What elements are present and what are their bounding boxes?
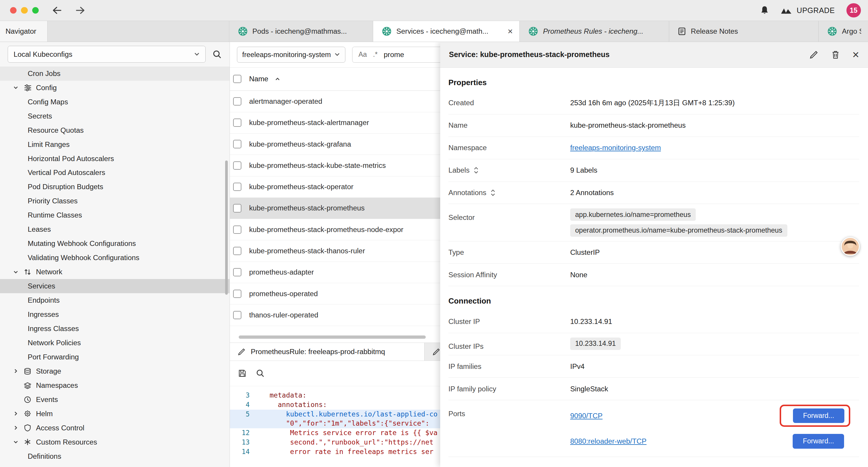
sidebar-item-priority-classes[interactable]: Priority Classes (0, 194, 229, 208)
chevron-right-icon[interactable] (12, 368, 19, 374)
chevron-right-icon[interactable] (12, 425, 19, 431)
delete-icon[interactable] (831, 50, 840, 59)
sort-ascending-icon[interactable] (275, 77, 280, 81)
port-link[interactable]: 8080:reloader-web/TCP (570, 437, 646, 445)
row-checkbox[interactable] (233, 268, 241, 276)
sidebar-item-mutating-webhook-configurations[interactable]: Mutating Webhook Configurations (0, 236, 229, 251)
table-row-kube-prometheus-stack-prometheus-node-expor[interactable]: kube-prometheus-stack-prometheus-node-ex… (230, 219, 440, 240)
sidebar-item-cron-jobs[interactable]: Cron Jobs (0, 66, 229, 81)
sidebar-item-ingresses[interactable]: Ingresses (0, 308, 229, 322)
sidebar-item-pod-disruption-budgets[interactable]: Pod Disruption Budgets (0, 180, 229, 194)
sidebar-item-limit-ranges[interactable]: Limit Ranges (0, 138, 229, 152)
horizontal-scrollbar-thumb[interactable] (239, 335, 426, 339)
back-arrow-icon[interactable] (52, 6, 62, 14)
chevron-right-icon[interactable] (12, 411, 19, 416)
close-tab-icon[interactable]: × (507, 27, 513, 36)
table-row-kube-prometheus-stack-prometheus[interactable]: kube-prometheus-stack-prometheus (230, 198, 440, 219)
maximize-window-button[interactable] (32, 7, 39, 13)
sidebar-item-secrets[interactable]: Secrets (0, 109, 229, 123)
namespace-link[interactable]: freeleaps-monitoring-system (570, 144, 661, 152)
sidebar-item-port-forwarding[interactable]: Port Forwarding (0, 350, 229, 364)
row-checkbox[interactable] (233, 226, 241, 234)
table-row-kube-prometheus-stack-grafana[interactable]: kube-prometheus-stack-grafana (230, 134, 440, 155)
kubeconfig-select[interactable]: Local Kubeconfigs (8, 46, 206, 62)
tab-argo-se[interactable]: Argo Se... (819, 21, 868, 42)
table-row-kube-prometheus-stack-operator[interactable]: kube-prometheus-stack-operator (230, 176, 440, 198)
row-checkbox[interactable] (233, 290, 241, 298)
notification-count-badge[interactable]: 15 (846, 3, 861, 18)
namespace-select[interactable]: freeleaps-monitoring-system (237, 47, 345, 63)
sidebar-item-validating-webhook-configurations[interactable]: Validating Webhook Configurations (0, 251, 229, 265)
table-row-alertmanager-operated[interactable]: alertmanager-operated (230, 91, 440, 112)
row-checkbox[interactable] (233, 183, 241, 191)
horizontal-scrollbar[interactable] (230, 332, 440, 343)
sidebar-item-resource-quotas[interactable]: Resource Quotas (0, 123, 229, 138)
tab-release-notes[interactable]: Release Notes (669, 21, 819, 42)
close-icon[interactable]: × (852, 49, 859, 60)
chevron-down-icon[interactable] (12, 439, 19, 445)
upgrade-button[interactable]: UPGRADE (780, 6, 835, 15)
row-checkbox[interactable] (233, 204, 241, 212)
sidebar-item-ingress-classes[interactable]: Ingress Classes (0, 322, 229, 336)
select-all-checkbox[interactable] (233, 75, 241, 83)
edit-icon[interactable] (809, 50, 819, 59)
save-icon[interactable] (238, 369, 246, 377)
forward-arrow-icon[interactable] (75, 6, 85, 14)
sidebar-item-config-maps[interactable]: Config Maps (0, 95, 229, 109)
chevron-down-icon[interactable] (12, 269, 19, 275)
forward-button[interactable]: Forward... (793, 434, 844, 448)
table-row-kube-prometheus-stack-alertmanager[interactable]: kube-prometheus-stack-alertmanager (230, 112, 440, 134)
row-checkbox[interactable] (233, 311, 241, 319)
expand-collapse-icon[interactable] (491, 189, 495, 196)
sidebar-item-helm[interactable]: Helm (0, 407, 229, 421)
row-checkbox[interactable] (233, 97, 241, 106)
notifications-bell-icon[interactable] (760, 6, 769, 15)
table-row-prometheus-adapter[interactable]: prometheus-adapter (230, 262, 440, 283)
row-checkbox[interactable] (233, 247, 241, 255)
sidebar-item-namespaces[interactable]: Namespaces (0, 378, 229, 392)
chevron-down-icon[interactable] (12, 85, 19, 90)
yaml-editor[interactable]: 3metadata:4 annotations:5 kubectl.kubern… (230, 386, 440, 467)
editor-tab-next[interactable] (425, 343, 440, 360)
sidebar-item-leases[interactable]: Leases (0, 222, 229, 236)
sidebar-item-services[interactable]: Services (0, 279, 229, 293)
table-row-thanos-ruler-operated[interactable]: thanos-ruler-operated (230, 304, 440, 326)
sidebar-item-access-control[interactable]: Access Control (0, 421, 229, 435)
tab-pods-icecheng-mathmas[interactable]: Pods - icecheng@mathmas... (229, 21, 373, 42)
forward-button[interactable]: Forward... (793, 408, 844, 423)
tab-services-icecheng-math[interactable]: Services - icecheng@math...× (373, 21, 520, 42)
expand-collapse-icon[interactable] (474, 167, 478, 174)
row-checkbox[interactable] (233, 162, 241, 170)
table-row-kube-prometheus-stack-kube-state-metrics[interactable]: kube-prometheus-stack-kube-state-metrics (230, 155, 440, 176)
sidebar-item-definitions[interactable]: Definitions (0, 449, 229, 463)
sidebar-search-icon[interactable] (213, 50, 222, 59)
close-window-button[interactable] (10, 7, 17, 13)
sidebar-item-network[interactable]: Network (0, 265, 229, 279)
sidebar-item-events[interactable]: Events (0, 392, 229, 407)
sidebar-item-vertical-pod-autoscalers[interactable]: Vertical Pod Autoscalers (0, 166, 229, 180)
sidebar-item-storage[interactable]: Storage (0, 364, 229, 378)
port-link[interactable]: 9090/TCP (570, 412, 603, 420)
name-column-header[interactable]: Name (249, 75, 268, 83)
editor-search-icon[interactable] (256, 369, 265, 377)
minimize-window-button[interactable] (21, 7, 28, 13)
tab-prometheus-rules-icecheng[interactable]: Prometheus Rules - icecheng... (520, 21, 669, 42)
sidebar-item-config[interactable]: Config (0, 81, 229, 95)
table-row-prometheus-operated[interactable]: prometheus-operated (230, 283, 440, 304)
sidebar-item-horizontal-pod-autoscalers[interactable]: Horizontal Pod Autoscalers (0, 152, 229, 166)
table-row-kube-prometheus-stack-thanos-ruler[interactable]: kube-prometheus-stack-thanos-ruler (230, 240, 440, 262)
row-checkbox[interactable] (233, 119, 241, 127)
match-case-toggle[interactable]: Aa (359, 51, 367, 59)
regex-toggle[interactable]: .* (373, 51, 378, 59)
sidebar-item-runtime-classes[interactable]: Runtime Classes (0, 208, 229, 222)
navigator-tab[interactable]: Navigator (0, 21, 48, 42)
row-checkbox[interactable] (233, 140, 241, 148)
user-avatar[interactable] (841, 237, 860, 256)
sidebar-scrollbar[interactable] (225, 160, 228, 294)
sidebar-item-endpoints[interactable]: Endpoints (0, 293, 229, 308)
table-search-input[interactable]: Aa .* prome (352, 47, 440, 63)
sidebar-item-label: Ingresses (28, 310, 59, 319)
sidebar-item-network-policies[interactable]: Network Policies (0, 336, 229, 350)
sidebar-item-custom-resources[interactable]: Custom Resources (0, 435, 229, 449)
editor-tab-prometheusrule[interactable]: PrometheusRule: freeleaps-prod-rabbitmq (230, 343, 425, 360)
